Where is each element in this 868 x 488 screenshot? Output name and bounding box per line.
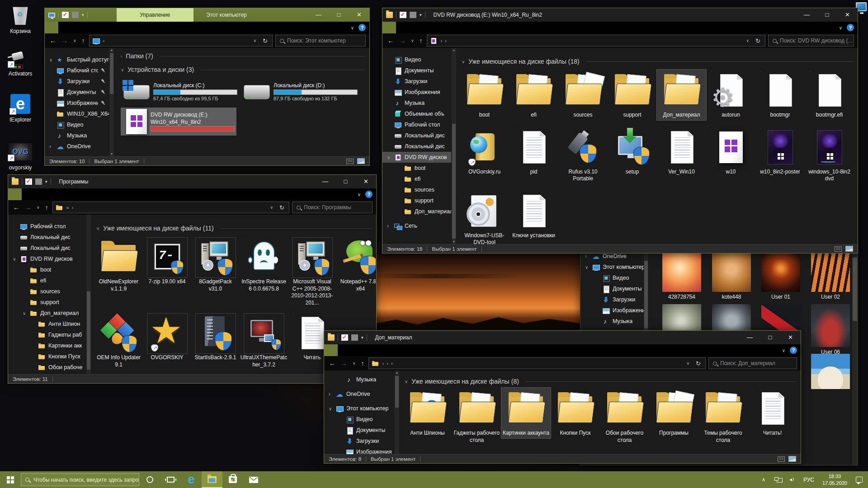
minimize-button[interactable]: — — [308, 8, 329, 22]
sidebar-item[interactable]: DVD RW дисков — [382, 152, 451, 163]
qat-button-icon[interactable] — [35, 178, 42, 185]
close-button[interactable]: ✕ — [780, 331, 801, 344]
ribbon-tab[interactable] — [351, 344, 365, 356]
qat-button-icon[interactable] — [410, 12, 416, 18]
qat-properties-icon[interactable] — [62, 12, 69, 18]
titlebar[interactable]: ▾ Управление Этот компьютер — □ ✕ — [45, 8, 369, 22]
refresh-icon[interactable]: ↻ — [754, 38, 762, 44]
back-button[interactable]: ← — [12, 204, 21, 211]
refresh-icon[interactable]: ↻ — [261, 38, 269, 44]
ribbon-tab[interactable] — [45, 22, 58, 33]
file-tile[interactable]: UltraUXThemePatcher_3.7.2 — [240, 312, 288, 370]
breadcrumb-segment[interactable] — [65, 204, 71, 211]
forward-button[interactable]: → — [60, 37, 69, 44]
up-button[interactable]: ↑ — [80, 37, 86, 44]
ribbon-tab[interactable] — [85, 22, 99, 33]
quick-access-toolbar[interactable]: ▾ — [45, 12, 91, 18]
sidebar-item[interactable]: Загрузки — [324, 436, 394, 446]
file-tile[interactable]: support — [608, 70, 657, 120]
sidebar-item[interactable]: sources — [8, 286, 86, 297]
group-header[interactable]: ∨Уже имеющиеся на диске файлы (18) — [460, 58, 855, 65]
language-indicator[interactable]: РУС — [801, 477, 817, 483]
sidebar-item[interactable]: Объемные объ — [382, 108, 451, 119]
quick-access-toolbar[interactable]: ▾ — [8, 178, 55, 185]
sidebar-item[interactable]: Документы — [324, 425, 394, 436]
sidebar-item[interactable]: Рабочий сто — [45, 65, 109, 76]
qat-button-icon[interactable] — [351, 334, 358, 341]
file-tile[interactable]: Темы рабочего стола — [698, 388, 748, 445]
forward-button[interactable]: → — [24, 204, 33, 211]
drive-e-tile-selected[interactable]: DVD RW дисковод (E:) Win10_x64_Ru_8in2 — [121, 108, 236, 136]
sidebar-item[interactable]: efi — [382, 174, 451, 184]
address-dropdown-icon[interactable]: ∨ — [268, 205, 276, 210]
breadcrumb-segment[interactable] — [439, 38, 444, 44]
file-tile[interactable]: sources — [558, 70, 608, 120]
thumbnail-view-icon[interactable] — [788, 456, 796, 462]
close-button[interactable]: ✕ — [837, 8, 858, 22]
sidebar-item[interactable]: Видео — [45, 119, 109, 130]
search-box[interactable]: Поиск: Этот компьютер — [275, 35, 366, 47]
expander-icon[interactable] — [329, 391, 333, 397]
sidebar-item[interactable]: Музыка — [382, 98, 451, 108]
sidebar-item[interactable]: Сеть — [382, 221, 451, 231]
qat-customize-icon[interactable]: ▾ — [420, 12, 422, 18]
file-explorer-button[interactable] — [202, 471, 222, 488]
thumbnail-view-icon[interactable] — [845, 246, 853, 252]
ribbon-tab[interactable] — [58, 22, 72, 33]
file-tile[interactable]: bootmgr.efi — [805, 70, 854, 120]
ribbon-tab[interactable] — [49, 188, 62, 200]
ribbon-tab[interactable] — [22, 188, 35, 200]
file-tile[interactable]: OVGorskiy.ru — [460, 127, 509, 177]
search-box[interactable]: Поиск: Доп_материал — [708, 357, 797, 369]
expander-icon[interactable] — [329, 406, 333, 411]
file-tile[interactable]: 7-zip 19.00 x64 — [143, 236, 191, 287]
sidebar-item[interactable]: Музыка — [324, 374, 394, 385]
maximize-button[interactable]: □ — [817, 8, 837, 22]
taskbar-search-box[interactable]: Чтобы начать поиск, введите здесь запрос — [21, 473, 139, 486]
refresh-icon[interactable]: ↻ — [278, 204, 286, 211]
sidebar-item[interactable]: OneDrive — [324, 389, 394, 399]
quick-access-toolbar[interactable]: ▾ — [324, 334, 371, 341]
back-button[interactable]: ← — [48, 37, 57, 44]
file-tile[interactable]: efi — [509, 70, 558, 120]
sidebar-item[interactable]: Локальный дис — [382, 141, 451, 152]
ribbon-tab[interactable] — [338, 344, 351, 356]
expander-icon[interactable] — [387, 223, 392, 229]
sidebar-item[interactable]: Видео — [324, 414, 394, 425]
ribbon-tab[interactable] — [72, 22, 85, 33]
sidebar-item[interactable]: boot — [382, 163, 451, 174]
sidebar-scrollbar[interactable]: ▲ ▼ — [109, 48, 114, 156]
sidebar-item[interactable]: OneDrive — [45, 141, 109, 152]
breadcrumb-segment[interactable] — [385, 360, 390, 366]
address-bar[interactable]: ∨ ↻ — [89, 35, 273, 47]
titlebar[interactable]: ▾ Доп_материал — □ ✕ — [324, 331, 801, 344]
sidebar-item[interactable]: Загрузки — [382, 76, 451, 87]
recent-locations-icon[interactable]: ∨ — [72, 38, 78, 43]
sidebar-item[interactable]: Документы — [45, 87, 109, 98]
breadcrumb-segment[interactable] — [443, 38, 448, 44]
close-button[interactable]: ✕ — [349, 8, 369, 22]
sidebar-scrollbar[interactable]: ▲ — [395, 371, 399, 454]
search-box[interactable]: Поиск: Программы — [292, 202, 373, 213]
sidebar-item[interactable]: Гаджеты раб — [8, 329, 86, 340]
sidebar-item[interactable]: Обои рабоче — [8, 362, 86, 373]
file-tile[interactable]: Rufus v3.10 Portable — [558, 127, 608, 184]
search-box[interactable]: Поиск: DVD RW дисковод (... — [768, 35, 854, 47]
sidebar-item[interactable]: Этот компьютер — [580, 262, 648, 272]
file-tile[interactable]: w10 — [706, 127, 755, 177]
maximize-button[interactable]: □ — [760, 331, 780, 344]
picture-tile[interactable] — [811, 354, 850, 391]
recent-locations-icon[interactable]: ∨ — [351, 361, 357, 366]
sidebar-item[interactable]: sources — [382, 184, 451, 195]
sidebar-item[interactable]: Кнопки Пуск — [8, 351, 86, 362]
recent-locations-icon[interactable]: ∨ — [35, 205, 41, 210]
qat-button-icon[interactable] — [72, 12, 79, 18]
expander-icon[interactable] — [23, 311, 27, 316]
sidebar-item[interactable]: Загрузки — [45, 76, 109, 87]
file-tile[interactable]: bootmgr — [755, 70, 805, 120]
clock[interactable]: 18:33 17.05.2020 — [819, 473, 851, 487]
back-button[interactable]: ← — [328, 360, 337, 367]
volume-tray-icon[interactable] — [786, 471, 799, 488]
file-tile[interactable]: Доп_материал — [657, 70, 706, 120]
details-view-icon[interactable] — [346, 159, 354, 164]
